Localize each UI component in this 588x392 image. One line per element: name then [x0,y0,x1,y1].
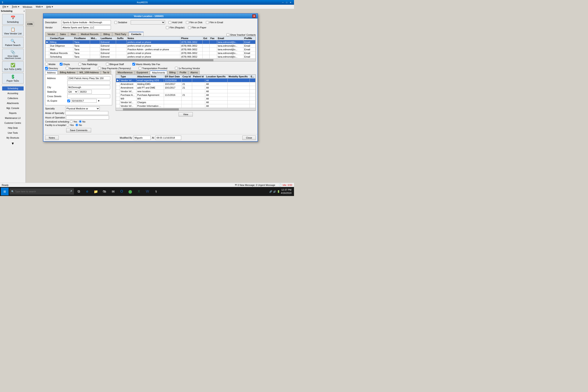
col-fax[interactable]: Fax [210,36,217,40]
view-btn[interactable]: View [178,112,193,116]
tab-sales[interactable]: Sales [58,32,68,36]
menu-help[interactable]: Help ▾ [44,5,55,8]
attachment-row[interactable]: Vendor Inf... Provider Information ... A… [116,104,256,108]
attach-col-note[interactable]: Attachment Note [136,75,164,78]
sidebar-link-help-desk[interactable]: Help Desk [2,126,24,130]
menu-file[interactable]: File ▾ [1,5,10,8]
recurring-vendor-checkbox[interactable] [175,67,178,70]
attach-col-eff-start[interactable]: Eff Start Date [164,75,182,78]
col-phone[interactable]: Phone [180,36,202,40]
contact-row[interactable]: Scheduling Tana Edmond prefers email or … [46,55,256,59]
sidebar-link-collections[interactable]: Collections [2,96,24,100]
col-pref-me[interactable]: PrefMe [243,36,255,40]
sidebar-scroll-down[interactable]: ▼ [11,142,14,146]
col-ext[interactable]: Ext [202,36,209,40]
attachment-row[interactable]: Vendor Inf... new location All [116,90,256,93]
contact-row[interactable]: Main Tana Edmond Practice Admin - prefer… [46,48,256,51]
hours-op-input[interactable] [66,116,109,120]
tab-vendor[interactable]: Vendor [45,32,58,36]
cross-streets-input[interactable] [67,94,110,98]
mobile-checkbox[interactable] [45,63,48,66]
contact-row[interactable]: Medical Records Tana Edmond prefers emai… [46,51,256,55]
show-inactive-checkbox[interactable] [226,33,229,36]
addr-tab-billing[interactable]: Billing Address [58,70,77,74]
sidebar-link-scheduling[interactable]: Scheduling [2,86,24,90]
sidebar-item-show-intake[interactable]: 📎 Show Intake Attachment Screen [2,49,24,60]
attach-tab-alarms[interactable]: Alarms [188,70,200,74]
sidebar-link-accounting[interactable]: Accounting [2,91,24,96]
directory-checkbox[interactable] [45,67,48,70]
facility-yes-radio[interactable] [66,124,69,126]
col-suffix[interactable]: Suffix [116,36,126,40]
sidebar-item-sch-todo[interactable]: ✅ Sch ToDo (LMS) [2,61,24,72]
centralized-yes-radio[interactable] [70,120,73,123]
attach-col-loc-specific[interactable]: Location Specific [205,75,228,78]
vendor-input[interactable] [62,25,111,30]
hold-until-checkbox[interactable] [168,21,171,24]
menu-windows[interactable]: Windows [21,5,34,8]
sidebar-link-maintenance-lu[interactable]: Maintenance LU [2,116,24,120]
supervisor-approval-checkbox[interactable] [66,67,68,70]
attach-col-corp-id[interactable]: Corp Id [182,75,192,78]
sidebar-link-reports[interactable]: Reports [2,111,24,115]
sedative-checkbox[interactable] [114,21,117,24]
volume-icon[interactable]: 🔊 [273,190,276,193]
attachment-row[interactable]: ▶ Vendor Inf... email regarding UDS ... … [116,78,256,82]
weekly-fax-checkbox[interactable] [132,63,135,66]
attachment-row[interactable]: W9 W9 All [116,97,256,100]
zip-input[interactable] [79,90,92,94]
film-in-email-checkbox[interactable] [206,21,209,24]
city-input[interactable] [67,85,110,89]
attachment-row[interactable]: Amendment add PT and DME 10/1/2017 21 Al… [116,86,256,90]
modal-close-x-btn[interactable]: ✕ [252,14,256,18]
explorer-icon[interactable]: 📁 [92,188,100,195]
close-app-btn[interactable]: ✕ [289,1,292,4]
mail-icon[interactable]: ✉ [109,188,117,195]
col-contact-type[interactable]: ContactType [49,36,73,40]
state-select[interactable]: GA [67,90,78,94]
attachment-row[interactable]: Purchase A... Purchase Agreement 11/1/20… [116,93,256,97]
excel-icon[interactable]: X [135,188,143,195]
col-sort-icon[interactable] [46,36,49,40]
outlook-icon[interactable]: O [118,188,126,195]
attach-scrollbar[interactable] [116,108,256,110]
chrome-icon[interactable]: ⬤ [126,188,134,195]
restore-btn[interactable]: □ [285,1,288,4]
film-on-disk-checkbox[interactable] [186,21,189,24]
attach-col-mod-specific[interactable]: Modality Specific [228,75,250,78]
attach-col-patient-id[interactable]: Patient Id [192,75,205,78]
modified-by-input[interactable] [134,136,151,140]
contact-row[interactable]: ▶ Billing Tana Edmond prefers email or p… [46,40,256,44]
facility-no-radio[interactable] [76,124,78,126]
tele-radiology-checkbox[interactable] [78,63,81,66]
sidebar-item-view-vendor[interactable]: 📋 View Vendor List [2,26,24,36]
vl-expire-dropdown-btn[interactable]: ▼ [98,100,100,102]
address-line2-input[interactable] [67,81,110,85]
edge-icon[interactable]: e [84,188,91,195]
vl-expire-input[interactable] [71,99,97,103]
specialty-select[interactable]: Physical Medicine ar [65,106,100,110]
save-comments-btn[interactable]: Save Comments [66,128,91,132]
areas-specialty-input[interactable] [65,111,108,115]
search-bar[interactable]: 🔍 🎤 [10,188,74,195]
attach-tab-attachments[interactable]: Attachments [150,70,167,74]
menu-tools[interactable]: Tools ▾ [10,5,21,8]
taskview-icon[interactable]: ⧉ [75,188,82,195]
sidebar-link-mgt-console[interactable]: Mgt. Console [2,106,24,110]
sidebar-item-payer-todo[interactable]: 💲 Payer ToDo [2,73,24,84]
display-checkbox[interactable] [60,63,62,66]
attachment-row[interactable]: Amendment Adding EMG 10/1/2017 21 All [116,82,256,86]
attach-tab-misc[interactable]: Miscellaneous [116,70,134,74]
sedative-select[interactable] [131,20,165,24]
address-line1-input[interactable] [67,76,110,80]
menu-walk[interactable]: Walk ▾ [34,5,44,8]
close-btn[interactable]: Close [242,136,256,140]
minimize-btn[interactable]: ─ [281,1,284,4]
attach-tab-equipment[interactable]: Equipment [135,70,150,74]
col-mid[interactable]: Mid... [90,36,100,40]
sidebar-link-user-tools[interactable]: User Tools [2,131,24,135]
tab-contacts[interactable]: Contacts [129,32,144,36]
addr-tab-w9[interactable]: W9_1099 Address [78,70,101,74]
start-btn[interactable]: ⊞ [1,188,8,195]
stop-payments-checkbox[interactable] [98,67,101,70]
